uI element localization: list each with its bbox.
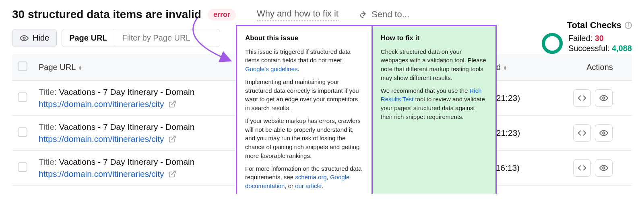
failed-label: Failed:	[568, 34, 592, 43]
share-arrow-icon	[359, 10, 367, 19]
view-code-button[interactable]	[573, 159, 591, 177]
sort-icon: ▲▼	[503, 65, 507, 70]
svg-line-3	[171, 136, 175, 140]
fix-text: We recommend that you use the	[381, 87, 470, 94]
filter-label[interactable]: Page URL	[62, 29, 115, 47]
why-how-link[interactable]: Why and how to fix it	[257, 8, 339, 20]
failed-value: 30	[595, 34, 604, 43]
fix-heading: How to fix it	[381, 33, 487, 43]
issue-popover: About this issue This issue is triggered…	[236, 25, 497, 194]
filter-group: Page URL	[62, 29, 220, 47]
view-page-button[interactable]	[595, 89, 613, 107]
page-url-link[interactable]: https://domain.com/itineraries/city	[39, 169, 164, 179]
page-title: 30 structured data items are invalid	[12, 8, 201, 21]
title-label: Title:	[39, 87, 59, 96]
filter-input[interactable]	[115, 29, 220, 47]
title-label: Title:	[39, 157, 59, 166]
eye-icon	[599, 129, 608, 137]
successful-value: 4,088	[612, 44, 632, 53]
page-title-text: Vacations - 7 Day Itinerary - Domain	[59, 87, 195, 96]
row-checkbox[interactable]	[18, 162, 27, 172]
about-text: Implementing and maintaining your struct…	[245, 78, 363, 113]
schema-org-link[interactable]: schema.org	[295, 174, 326, 180]
page-title-text: Vacations - 7 Day Itinerary - Domain	[59, 122, 195, 131]
eye-icon	[599, 94, 608, 102]
col-actions: Actions	[568, 54, 632, 81]
fix-text: Check structured data on your webpages w…	[381, 47, 487, 82]
view-code-button[interactable]	[573, 89, 591, 107]
hide-label: Hide	[33, 33, 49, 43]
row-checkbox[interactable]	[18, 127, 27, 137]
page-url-link[interactable]: https://domain.com/itineraries/city	[39, 99, 164, 109]
code-icon	[578, 129, 586, 137]
our-article-link[interactable]: our article	[295, 182, 322, 189]
about-text: If your website markup has errors, crawl…	[245, 117, 363, 160]
info-icon[interactable]: i	[625, 22, 632, 29]
eye-icon	[599, 164, 608, 172]
external-link-icon[interactable]	[168, 170, 176, 178]
google-guidelines-link[interactable]: Google's guidelines	[245, 65, 297, 72]
external-link-icon[interactable]	[168, 135, 176, 143]
svg-point-0	[23, 37, 25, 39]
stats-title: Total Checks	[567, 20, 621, 31]
status-badge: error	[208, 9, 236, 20]
external-link-icon[interactable]	[168, 100, 176, 108]
row-checkbox[interactable]	[18, 92, 27, 102]
eye-icon	[20, 34, 29, 43]
code-icon	[578, 94, 586, 102]
hide-button[interactable]: Hide	[12, 29, 57, 47]
select-all-checkbox[interactable]	[18, 61, 27, 71]
view-page-button[interactable]	[595, 159, 613, 177]
sort-icon: ▲▼	[78, 65, 82, 70]
donut-chart	[542, 33, 563, 54]
svg-line-1	[171, 101, 175, 105]
svg-point-6	[603, 167, 605, 169]
svg-point-4	[603, 132, 605, 134]
code-icon	[578, 164, 586, 172]
successful-label: Successful:	[568, 44, 609, 53]
page-title-text: Vacations - 7 Day Itinerary - Domain	[59, 157, 195, 166]
about-text: This issue is triggered if structured da…	[245, 48, 351, 64]
page-url-link[interactable]: https://domain.com/itineraries/city	[39, 134, 164, 144]
stats-panel: Total Checks i Failed: 30 Successful: 4,…	[542, 20, 632, 54]
view-page-button[interactable]	[595, 124, 613, 142]
about-heading: About this issue	[245, 33, 363, 43]
svg-line-5	[171, 171, 175, 175]
svg-point-2	[603, 97, 605, 99]
send-to-button[interactable]: Send to...	[359, 9, 409, 20]
send-to-label: Send to...	[372, 9, 409, 20]
view-code-button[interactable]	[573, 124, 591, 142]
title-label: Title:	[39, 122, 59, 131]
